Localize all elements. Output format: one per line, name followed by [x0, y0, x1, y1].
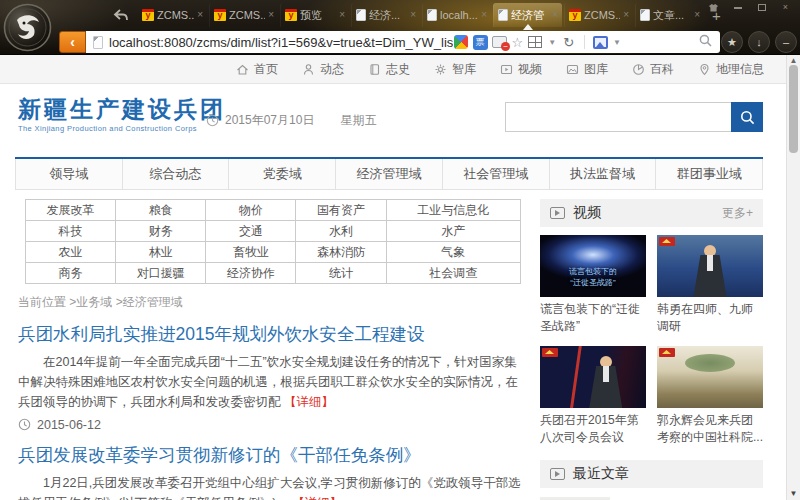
video-item-4[interactable]: 郭永辉会见来兵团考察的中国社科院...: [657, 346, 763, 448]
nav-tab-general[interactable]: 综合动态: [123, 159, 230, 189]
video-thumbnail[interactable]: [540, 346, 646, 408]
video-item-3[interactable]: 兵团召开2015年第八次司令员会议: [540, 346, 646, 448]
more-button[interactable]: –: [775, 31, 797, 53]
article-title-link[interactable]: 兵团水利局扎实推进2015年规划外饮水安全工程建设: [18, 324, 526, 346]
category-cell[interactable]: 水产: [386, 221, 520, 242]
video-item-1[interactable]: 谎言包装下的 “迁徙圣战路” 谎言包装下的“迁徙圣战路”: [540, 235, 646, 337]
category-cell[interactable]: 工业与信息化: [386, 200, 520, 221]
tab-article[interactable]: 文章... ×: [635, 3, 704, 27]
nav-tab-leadership[interactable]: 领导域: [15, 159, 123, 189]
maximize-button[interactable]: [753, 2, 770, 13]
category-cell[interactable]: 科技: [26, 221, 116, 242]
video-caption[interactable]: 郭永辉会见来兵团考察的中国社科院...: [657, 412, 763, 448]
tab-localhost[interactable]: localh... ×: [422, 3, 491, 27]
refresh-icon[interactable]: ↻: [563, 35, 574, 50]
chevron-down-icon[interactable]: ▼: [548, 38, 556, 47]
minimize-button[interactable]: [729, 2, 746, 13]
nav-item-dynamics[interactable]: 动态: [302, 61, 344, 78]
tab-close-icon[interactable]: ×: [410, 10, 416, 20]
theme-skin-icon[interactable]: [705, 2, 722, 13]
nav-tab-economy[interactable]: 经济管理域: [336, 159, 443, 189]
colorful-extension-icon[interactable]: [453, 34, 469, 50]
scroll-up-icon[interactable]: ▲: [787, 56, 800, 65]
video-thumbnail[interactable]: [657, 235, 763, 297]
detail-link[interactable]: 【详细】: [292, 496, 342, 500]
category-cell[interactable]: 森林消防: [296, 242, 386, 263]
nav-item-geo[interactable]: 地理信息: [698, 61, 764, 78]
favorites-button[interactable]: ★: [721, 31, 743, 53]
category-cell[interactable]: 财务: [116, 221, 206, 242]
category-cell[interactable]: 气象: [386, 242, 520, 263]
back-button[interactable]: ‹: [59, 31, 86, 53]
scroll-down-icon[interactable]: ▼: [787, 489, 800, 498]
adblocker-icon[interactable]: [492, 34, 508, 50]
article-title-link[interactable]: 兵团发展改革委学习贯彻新修订的《干部任免条例》: [18, 445, 526, 467]
site-brand[interactable]: 新疆生产建设兵团 The Xinjiang Production and Con…: [18, 97, 226, 133]
tab-back-arrow-icon[interactable]: [110, 5, 132, 25]
tab-close-icon[interactable]: ×: [197, 10, 203, 20]
category-cell[interactable]: 统计: [296, 263, 386, 284]
category-cell[interactable]: 交通: [206, 221, 296, 242]
category-cell[interactable]: 商务: [26, 263, 116, 284]
tab-close-icon[interactable]: ×: [623, 10, 629, 20]
tab-zcms-1[interactable]: y ZCMS... ×: [138, 3, 207, 27]
nav-tab-social[interactable]: 社会管理域: [443, 159, 550, 189]
nav-item-home[interactable]: 首页: [236, 61, 278, 78]
tab-preview[interactable]: y 预览 ×: [280, 3, 349, 27]
toolbar-round-buttons: ★ ↓ –: [721, 31, 797, 53]
address-bar[interactable]: localhost:8080/zcms/dim/list?i1=569&v=tr…: [86, 31, 720, 53]
nav-item-history[interactable]: 志史: [368, 61, 410, 78]
category-cell[interactable]: 对口援疆: [116, 263, 206, 284]
tab-close-icon[interactable]: ×: [552, 10, 558, 20]
nav-item-thinktank[interactable]: 智库: [434, 61, 476, 78]
category-cell[interactable]: 国有资产: [296, 200, 386, 221]
nav-item-video[interactable]: 视频: [500, 61, 542, 78]
video-item-2[interactable]: 韩勇在四师、九师调研: [657, 235, 763, 337]
chevron-down-icon[interactable]: ▼: [613, 38, 621, 47]
tab-economy-mgmt-active[interactable]: 经济管 ×: [493, 3, 562, 27]
search-input[interactable]: [505, 102, 731, 132]
detail-link[interactable]: 【详细】: [284, 395, 334, 409]
category-cell[interactable]: 物价: [206, 200, 296, 221]
ticket-icon[interactable]: 票: [473, 35, 488, 50]
tab-close-icon[interactable]: ×: [694, 10, 700, 20]
video-thumbnail[interactable]: 谎言包装下的 “迁徙圣战路”: [540, 235, 646, 297]
tab-zcms-3[interactable]: y ZCMS... ×: [564, 3, 633, 27]
page-scrollbar[interactable]: ▲ ▼: [786, 55, 800, 500]
nav-tab-party[interactable]: 党委域: [229, 159, 336, 189]
category-cell[interactable]: 社会调查: [386, 263, 520, 284]
category-cell[interactable]: 粮食: [116, 200, 206, 221]
scrollbar-thumb[interactable]: [789, 65, 798, 153]
tab-close-icon[interactable]: ×: [481, 10, 487, 20]
tab-zcms-2[interactable]: y ZCMS... ×: [209, 3, 278, 27]
y-logo-favicon: y: [569, 9, 581, 21]
downloads-button[interactable]: ↓: [748, 31, 770, 53]
tab-close-icon[interactable]: ×: [339, 10, 345, 20]
url-text[interactable]: localhost:8080/zcms/dim/list?i1=569&v=tr…: [109, 35, 453, 50]
nav-item-gallery[interactable]: 图库: [566, 61, 608, 78]
search-button[interactable]: [731, 102, 763, 132]
more-link[interactable]: 更多+: [722, 205, 753, 222]
category-cell[interactable]: 畜牧业: [206, 242, 296, 263]
category-cell[interactable]: 林业: [116, 242, 206, 263]
video-thumbnail[interactable]: [657, 346, 763, 408]
category-cell[interactable]: 经济协作: [206, 263, 296, 284]
tab-close-icon[interactable]: ×: [268, 10, 274, 20]
video-caption[interactable]: 谎言包装下的“迁徙圣战路”: [540, 301, 646, 337]
date-text: 2015年07月10日: [225, 112, 314, 129]
magnifier-icon[interactable]: [699, 33, 712, 51]
video-section-header: 视频 更多+: [540, 199, 763, 227]
close-button[interactable]: ×: [777, 2, 794, 13]
category-cell[interactable]: 水利: [296, 221, 386, 242]
category-cell[interactable]: 农业: [26, 242, 116, 263]
star-icon[interactable]: ☆: [512, 35, 524, 50]
nav-item-wiki[interactable]: 百科: [632, 61, 674, 78]
grid-video-icon[interactable]: [527, 34, 543, 50]
nav-tab-law[interactable]: 执法监督域: [550, 159, 657, 189]
tab-economy[interactable]: 经济... ×: [351, 3, 420, 27]
video-caption[interactable]: 兵团召开2015年第八次司令员会议: [540, 412, 646, 448]
nav-tab-mass-org[interactable]: 群团事业域: [656, 159, 763, 189]
category-cell[interactable]: 发展改革: [26, 200, 116, 221]
video-caption[interactable]: 韩勇在四师、九师调研: [657, 301, 763, 337]
photo-viewer-icon[interactable]: [592, 34, 608, 50]
